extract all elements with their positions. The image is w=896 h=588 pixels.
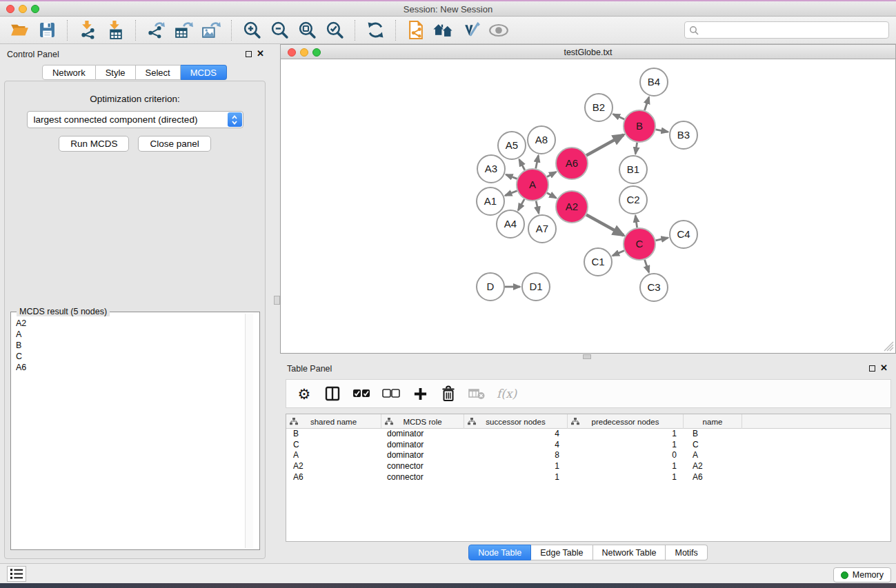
table-cell: C	[684, 440, 742, 451]
graph-edge-B-B2[interactable]	[613, 114, 624, 119]
graph-edge-A-A7[interactable]	[536, 201, 539, 213]
tab-mcds[interactable]: MCDS	[181, 65, 227, 80]
tab-select[interactable]: Select	[136, 65, 181, 80]
mcds-result-item[interactable]: A6	[16, 362, 243, 373]
optimization-criterion-label: Optimization criterion:	[5, 94, 265, 104]
graph-edge-A-A1[interactable]	[505, 191, 517, 196]
graph-edge-A-A3[interactable]	[506, 174, 517, 179]
table-settings-button[interactable]: ⚙	[296, 383, 312, 404]
graph-edge-A-A5[interactable]	[519, 159, 525, 170]
select-stepper-icon	[228, 112, 242, 127]
zoom-selected-button[interactable]	[321, 19, 348, 42]
network-window-titlebar[interactable]: testGlobe.txt	[280, 44, 896, 59]
home-view-button[interactable]	[430, 19, 457, 42]
mcds-result-item[interactable]: A2	[16, 318, 243, 329]
task-history-button[interactable]	[7, 566, 26, 582]
graph-edge-A2-C[interactable]	[586, 215, 624, 236]
window-title: Session: New Session	[0, 4, 896, 14]
graph-edge-C-C2[interactable]	[635, 216, 637, 227]
import-network-button[interactable]	[74, 19, 101, 42]
table-cell: A6	[286, 472, 381, 483]
graph-edge-A-A8[interactable]	[536, 156, 539, 169]
graph-node-label: A4	[504, 218, 517, 230]
column-header-MCDS-role[interactable]: MCDS role	[381, 414, 464, 429]
zoom-fit-button[interactable]	[293, 19, 321, 42]
apply-layout-button[interactable]	[402, 19, 430, 42]
column-header-successor-nodes[interactable]: successor nodes	[464, 414, 568, 429]
zoom-out-button[interactable]	[266, 19, 293, 42]
table-row[interactable]: Adominator80A	[286, 450, 890, 461]
houses-icon	[433, 22, 454, 38]
deselect-all-columns-button[interactable]	[382, 383, 400, 404]
resize-corner-icon[interactable]	[884, 341, 894, 352]
create-column-button[interactable]	[412, 383, 428, 404]
tab-network[interactable]: Network	[42, 65, 96, 80]
export-image-button[interactable]	[197, 19, 225, 42]
float-table-panel-icon[interactable]	[869, 365, 875, 372]
graph-node-label: A6	[566, 157, 578, 169]
table-cell: 1	[568, 429, 684, 440]
graph-edge-C-C4[interactable]	[655, 238, 668, 241]
import-table-button[interactable]	[101, 19, 129, 42]
table-row[interactable]: A2connector11A2	[286, 461, 890, 472]
graph-edge-C-C3[interactable]	[645, 260, 649, 272]
save-session-button[interactable]	[33, 19, 61, 42]
export-table-button[interactable]	[170, 19, 197, 42]
column-header-name[interactable]: name	[684, 414, 742, 429]
tab-style[interactable]: Style	[96, 65, 136, 80]
graph-edge-B-B1[interactable]	[635, 143, 637, 154]
table-cell: C	[286, 440, 381, 451]
table-row[interactable]: Bdominator41B	[286, 429, 890, 440]
graph-edge-A-A2[interactable]	[547, 193, 556, 199]
zoom-in-button[interactable]	[238, 19, 266, 42]
toolbar-separator	[135, 20, 136, 41]
mcds-result-item[interactable]: A	[16, 329, 243, 340]
tab-node-table[interactable]: Node Table	[468, 545, 531, 560]
graph-node-label: A3	[485, 163, 497, 174]
tab-network-table[interactable]: Network Table	[593, 545, 666, 560]
delete-column-button[interactable]	[440, 383, 457, 404]
network-graph[interactable]: AA1A3A5A8A4A7A6A2BB2B4B3B1CC2C4C1C3DD1	[281, 59, 895, 352]
run-mcds-button[interactable]: Run MCDS	[59, 136, 129, 152]
column-header-predecessor-nodes[interactable]: predecessor nodes	[568, 414, 684, 429]
mcds-result-title: MCDS result (5 nodes)	[17, 307, 110, 316]
memory-button[interactable]: Memory	[833, 567, 891, 582]
graph-node-label: C1	[591, 256, 604, 267]
network-canvas[interactable]: AA1A3A5A8A4A7A6A2BB2B4B3B1CC2C4C1C3DD1	[280, 59, 896, 354]
table-row[interactable]: A6connector11A6	[286, 472, 890, 483]
close-panel-icon[interactable]: ✕	[257, 49, 264, 58]
graph-edge-A6-B[interactable]	[586, 135, 624, 156]
result-scrollbar[interactable]	[245, 314, 253, 548]
search-input[interactable]	[701, 23, 884, 37]
open-session-button[interactable]	[6, 19, 33, 42]
show-columns-button[interactable]	[324, 383, 341, 404]
mcds-result-item[interactable]: C	[16, 351, 243, 362]
unchecked-boxes-icon	[382, 389, 400, 398]
close-table-panel-icon[interactable]: ✕	[880, 363, 888, 372]
toggle-details-button[interactable]	[485, 19, 512, 42]
node-table[interactable]: shared nameMCDS rolesuccessor nodesprede…	[286, 414, 891, 542]
mcds-result-item[interactable]: B	[16, 340, 243, 351]
table-cell: A	[286, 450, 381, 461]
graph-edge-A-A6[interactable]	[547, 172, 556, 176]
select-all-columns-button[interactable]	[352, 383, 370, 404]
toggle-style-button[interactable]	[457, 19, 485, 42]
graph-edge-C-C1[interactable]	[613, 251, 624, 256]
float-panel-icon[interactable]	[246, 51, 252, 57]
tab-motifs[interactable]: Motifs	[666, 545, 707, 560]
graph-node-label: D1	[529, 281, 542, 292]
splitter-handle-left[interactable]	[274, 296, 280, 305]
close-panel-button[interactable]: Close panel	[138, 136, 210, 152]
graph-edge-A-A4[interactable]	[518, 199, 524, 210]
table-panel-header: Table Panel ✕	[280, 358, 896, 378]
graph-edge-B-B4[interactable]	[644, 97, 648, 110]
export-network-button[interactable]	[142, 19, 170, 42]
refresh-button[interactable]	[361, 19, 389, 42]
table-cell: 4	[464, 429, 568, 440]
tab-edge-table[interactable]: Edge Table	[531, 545, 593, 560]
table-row[interactable]: Cdominator41C	[286, 440, 890, 451]
column-header-shared-name[interactable]: shared name	[286, 414, 381, 429]
desktop-edge	[0, 583, 896, 588]
criterion-select[interactable]: largest connected component (directed)	[27, 111, 243, 128]
graph-edge-B-B3[interactable]	[656, 130, 668, 132]
